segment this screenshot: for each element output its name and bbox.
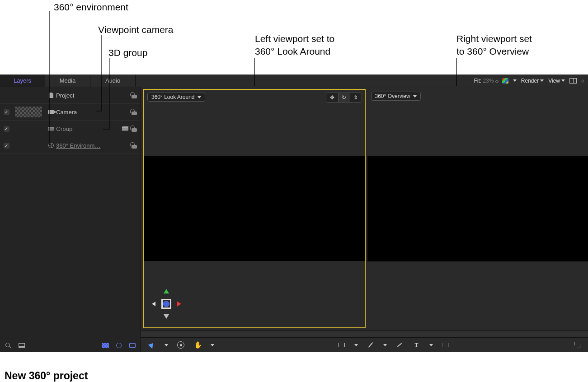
view-menu[interactable]: View	[548, 78, 565, 84]
callout-left-viewport: Left viewport set to 360° Look Around	[255, 33, 334, 58]
rectangle-icon	[339, 343, 345, 347]
arrow-cursor-icon	[148, 341, 155, 349]
tab-layers[interactable]: Layers	[0, 75, 45, 87]
canvas-content	[367, 156, 588, 261]
chevron-down-icon	[540, 79, 544, 82]
rectangle-tool[interactable]	[337, 340, 346, 349]
viewport-right[interactable]: 360° Overview	[367, 89, 588, 328]
chevron-down-icon	[211, 344, 214, 346]
hand-icon: ✋	[194, 341, 202, 349]
mask-icon	[442, 343, 449, 347]
search-button[interactable]	[5, 342, 12, 349]
motion-app-window: Layers Media Audio Fit: 23% ◇ Render Vie…	[0, 75, 588, 352]
mask-tool-disabled	[441, 340, 450, 349]
orbit-icon	[177, 341, 184, 349]
panel-footer	[0, 338, 141, 352]
color-channel-menu[interactable]	[502, 78, 508, 84]
viewport-camera-dropdown[interactable]: 360° Look Around	[147, 93, 205, 102]
canvas-content	[144, 156, 365, 261]
chevron-down-icon	[561, 79, 565, 82]
layer-row-360-environment[interactable]: 360° Environm…	[0, 137, 141, 154]
expand-icon	[574, 342, 580, 348]
axis-up-icon	[164, 289, 169, 293]
canvas-toolbar: ✋ T	[141, 338, 588, 352]
axis-center-icon	[161, 299, 171, 309]
callout-360-environment: 360° environment	[54, 1, 128, 14]
mini-timeline-ruler[interactable]	[141, 330, 588, 338]
chevron-down-icon	[165, 344, 168, 346]
viewport-nav-toolbar: ✥ ↻ ⇕	[326, 93, 362, 102]
panel-button[interactable]	[18, 342, 25, 349]
axis-left-icon	[152, 302, 155, 306]
fullscreen-toggle[interactable]	[573, 340, 582, 349]
layers-panel: Project Camera Group	[0, 87, 141, 352]
canvas-area: 360° Look Around ✥ ↻ ⇕	[141, 87, 588, 352]
pan-tool[interactable]: ✥	[326, 93, 338, 102]
top-bar: Layers Media Audio Fit: 23% ◇ Render Vie…	[0, 75, 588, 87]
axis-right-icon	[177, 301, 181, 307]
3d-transform-tool[interactable]	[176, 340, 185, 349]
lock-icon[interactable]	[132, 142, 137, 149]
dolly-tool[interactable]: ⇕	[350, 93, 362, 102]
fit-label: Fit: 23% ◇	[474, 78, 497, 84]
callout-viewpoint-camera: Viewpoint camera	[98, 23, 174, 36]
viewport-camera-dropdown[interactable]: 360° Overview	[371, 92, 421, 101]
lock-icon[interactable]	[132, 109, 137, 115]
out-point-marker[interactable]	[576, 331, 576, 337]
callout-right-viewport: Right viewport set to 360° Overview	[456, 33, 532, 58]
brush-icon	[397, 343, 401, 347]
camera-icon	[48, 110, 54, 114]
figure-caption: New 360° project	[5, 370, 88, 382]
layer-row-project[interactable]: Project	[0, 87, 141, 104]
pan-hand-tool[interactable]: ✋	[193, 340, 202, 349]
visibility-checkbox[interactable]	[4, 109, 9, 115]
chevron-down-icon	[413, 95, 417, 98]
circle-icon	[116, 343, 122, 348]
panel-tabs: Layers Media Audio	[0, 75, 136, 87]
select-tool[interactable]	[147, 340, 156, 349]
orbit-tool[interactable]: ↻	[338, 93, 350, 102]
tab-audio[interactable]: Audio	[90, 75, 136, 87]
panel-icon	[19, 343, 25, 348]
viewport-left[interactable]: 360° Look Around ✥ ↻ ⇕	[143, 89, 366, 328]
render-menu[interactable]: Render	[521, 78, 544, 84]
chevron-down-icon	[429, 344, 433, 346]
chevron-down-icon	[383, 344, 387, 346]
globe-icon	[48, 143, 54, 148]
brush-tool[interactable]	[395, 340, 404, 349]
checkerboard-icon	[102, 343, 109, 348]
frame-toggle[interactable]	[129, 342, 136, 349]
chevron-down-icon	[198, 96, 201, 98]
window-icon	[129, 343, 136, 348]
lock-icon[interactable]	[132, 126, 137, 132]
document-icon	[49, 93, 53, 98]
layer-row-group[interactable]: Group	[0, 121, 141, 137]
in-point-marker[interactable]	[153, 331, 153, 337]
3d-group-icon	[122, 126, 128, 131]
tab-media[interactable]: Media	[45, 75, 90, 87]
callout-3d-group: 3D group	[108, 47, 147, 59]
search-icon	[5, 343, 11, 348]
visibility-checkbox[interactable]	[4, 126, 9, 132]
lock-icon[interactable]	[132, 92, 137, 98]
layer-row-camera[interactable]: Camera	[0, 104, 141, 121]
checker-toggle[interactable]	[102, 342, 109, 349]
viewport-layout-icon[interactable]	[569, 78, 577, 84]
text-tool[interactable]: T	[412, 340, 421, 349]
pen-tool[interactable]	[366, 340, 375, 349]
group-icon	[48, 127, 54, 131]
view-orientation-control[interactable]	[147, 285, 185, 323]
visibility-checkbox[interactable]	[4, 143, 9, 149]
chevron-down-icon	[354, 344, 358, 346]
adjust-toggle[interactable]	[115, 342, 122, 349]
axis-down-icon	[164, 314, 169, 319]
pen-icon	[368, 342, 373, 348]
chevron-down-icon	[513, 79, 517, 82]
layer-thumbnail	[14, 106, 42, 118]
